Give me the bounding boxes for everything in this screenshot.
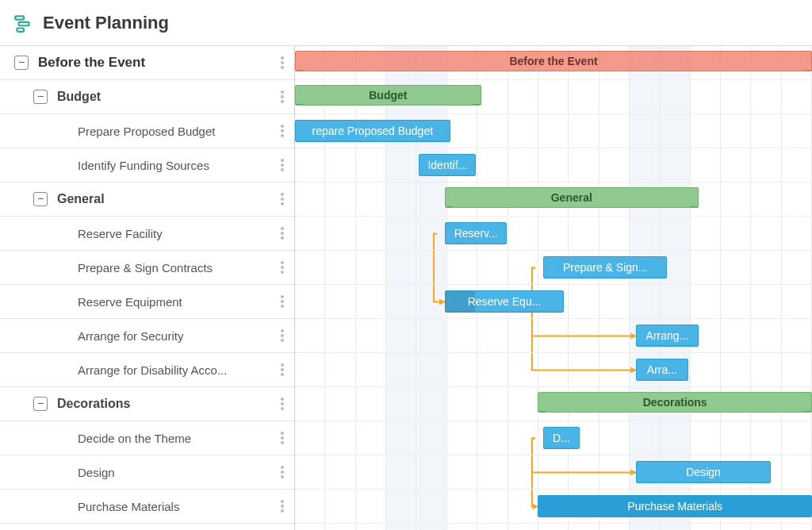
bar-label: General <box>551 191 592 204</box>
gantt-lane: Decorations <box>295 387 812 421</box>
more-menu-icon[interactable] <box>275 154 289 176</box>
bar-label: Budget <box>369 89 407 102</box>
more-menu-icon[interactable] <box>275 222 289 244</box>
task-label: Prepare Proposed Budget <box>78 125 275 138</box>
svg-rect-1 <box>19 21 29 25</box>
gantt-lane: Identif... <box>295 148 812 182</box>
bar-label: Purchase Materials <box>627 500 722 513</box>
task-label: Reserve Facility <box>78 227 275 240</box>
summary-bar-decor[interactable]: Decorations <box>538 392 812 413</box>
more-menu-icon[interactable] <box>275 290 289 313</box>
gantt-lane: D... <box>295 421 812 455</box>
task-bar-theme[interactable]: D... <box>543 427 580 449</box>
titlebar: Event Planning <box>0 0 812 46</box>
task-label: Purchase Materials <box>78 500 275 513</box>
page-title: Event Planning <box>43 13 169 33</box>
gantt-lane: Arra... <box>295 353 812 387</box>
task-row-general[interactable]: −General <box>0 182 294 217</box>
task-label: General <box>57 192 275 206</box>
svg-rect-2 <box>17 28 24 31</box>
task-row-purchmat[interactable]: Purchase Materials <box>0 490 294 524</box>
bar-label: Arrang... <box>646 329 689 342</box>
svg-rect-0 <box>15 16 24 19</box>
task-label: Budget <box>57 90 275 104</box>
task-label: Prepare & Sign Contracts <box>78 261 275 275</box>
task-label: Design <box>78 466 275 479</box>
task-bar-prepbud[interactable]: repare Proposed Budget <box>295 120 450 142</box>
task-bar-identfund[interactable]: Identif... <box>419 154 476 176</box>
task-label: Arrange for Disability Acco... <box>78 363 275 377</box>
bar-label: Identif... <box>427 159 467 171</box>
gantt-app: Event Planning −Before the Event−BudgetP… <box>0 0 812 530</box>
task-bar-disab[interactable]: Arra... <box>636 359 688 381</box>
bar-label: Reserv... <box>454 227 498 240</box>
task-row-budget[interactable]: −Budget <box>0 80 294 114</box>
gantt-chart[interactable]: Before the EventBudgetrepare Proposed Bu… <box>295 46 812 530</box>
more-menu-icon[interactable] <box>275 325 289 347</box>
task-label: Decorations <box>57 397 275 411</box>
bar-label: repare Proposed Budget <box>312 125 434 137</box>
bar-label: Decorations <box>643 396 707 409</box>
collapse-toggle[interactable]: − <box>33 90 48 104</box>
bar-label: Prepare & Sign... <box>563 261 648 274</box>
more-menu-icon[interactable] <box>275 86 289 108</box>
task-label: Reserve Equipment <box>78 295 275 309</box>
task-tree[interactable]: −Before the Event−BudgetPrepare Proposed… <box>0 46 295 530</box>
gantt-lane: repare Proposed Budget <box>295 114 812 148</box>
gantt-lane: Prepare & Sign... <box>295 251 812 285</box>
bar-label: Reserve Equ... <box>468 295 542 308</box>
bar-label: Design <box>686 466 721 478</box>
bar-label: Arra... <box>647 363 677 376</box>
gantt-lane: Arrang... <box>295 319 812 353</box>
task-label: Before the Event <box>38 55 275 71</box>
gantt-lane: Purchase Materials <box>295 490 812 524</box>
task-label: Decide on the Theme <box>78 432 275 445</box>
task-row-security[interactable]: Arrange for Security <box>0 319 294 353</box>
task-bar-contracts[interactable]: Prepare & Sign... <box>543 256 667 278</box>
task-bar-security[interactable]: Arrang... <box>636 325 698 347</box>
gantt-lane: Reserve Equ... <box>295 285 812 319</box>
collapse-toggle[interactable]: − <box>14 56 29 70</box>
task-row-theme[interactable]: Decide on the Theme <box>0 421 294 455</box>
more-menu-icon[interactable] <box>275 256 289 278</box>
gantt-lane: Reserv... <box>295 217 812 251</box>
more-menu-icon[interactable] <box>275 188 289 210</box>
summary-bar-general[interactable]: General <box>445 187 698 208</box>
more-menu-icon[interactable] <box>275 359 289 381</box>
task-bar-resequip[interactable]: Reserve Equ... <box>445 290 564 313</box>
bar-label: D... <box>553 432 570 444</box>
gantt-icon <box>13 13 33 33</box>
more-menu-icon[interactable] <box>275 52 289 74</box>
task-label: Arrange for Security <box>78 329 275 343</box>
summary-bar-before[interactable]: Before the Event <box>295 51 812 71</box>
task-row-decor[interactable]: −Decorations <box>0 387 294 421</box>
collapse-toggle[interactable]: − <box>33 397 48 411</box>
summary-bar-budget[interactable]: Budget <box>295 85 481 106</box>
more-menu-icon[interactable] <box>275 461 289 483</box>
gantt-lane: General <box>295 182 812 217</box>
task-row-resfac[interactable]: Reserve Facility <box>0 217 294 251</box>
more-menu-icon[interactable] <box>275 427 289 449</box>
task-label: Identify Funding Sources <box>78 159 275 172</box>
task-row-design[interactable]: Design <box>0 455 294 490</box>
collapse-toggle[interactable]: − <box>33 192 48 206</box>
more-menu-icon[interactable] <box>275 120 289 142</box>
task-row-before[interactable]: −Before the Event <box>0 46 294 80</box>
task-row-resequip[interactable]: Reserve Equipment <box>0 285 294 319</box>
task-row-disab[interactable]: Arrange for Disability Acco... <box>0 353 294 387</box>
more-menu-icon[interactable] <box>275 495 289 517</box>
task-row-contracts[interactable]: Prepare & Sign Contracts <box>0 251 294 285</box>
gantt-lane: Budget <box>295 80 812 114</box>
task-row-prepbud[interactable]: Prepare Proposed Budget <box>0 114 294 148</box>
task-row-identfund[interactable]: Identify Funding Sources <box>0 148 294 182</box>
more-menu-icon[interactable] <box>275 393 289 415</box>
gantt-lane: Before the Event <box>295 46 812 80</box>
task-bar-design[interactable]: Design <box>636 461 771 483</box>
gantt-bars: Before the EventBudgetrepare Proposed Bu… <box>295 46 812 530</box>
content: −Before the Event−BudgetPrepare Proposed… <box>0 46 812 530</box>
bar-label: Before the Event <box>509 55 597 67</box>
gantt-lane: Design <box>295 455 812 490</box>
task-bar-purchmat[interactable]: Purchase Materials <box>538 495 812 517</box>
task-bar-resfac[interactable]: Reserv... <box>445 222 507 244</box>
